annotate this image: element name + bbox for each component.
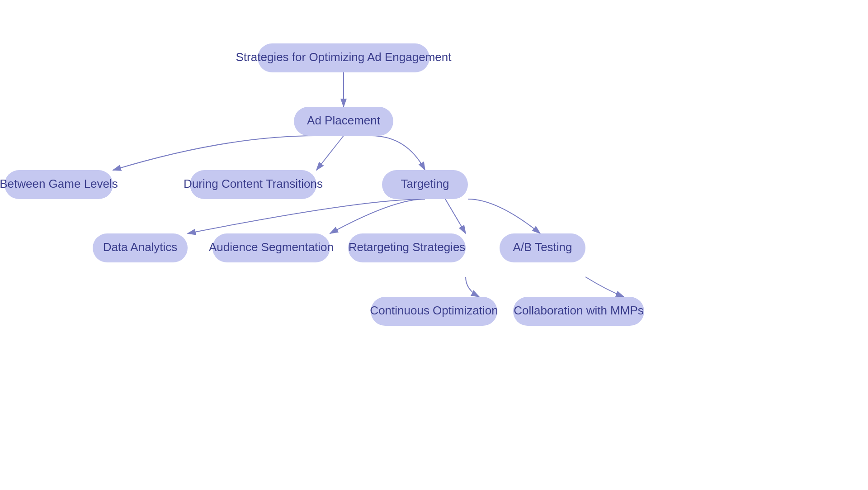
edge-abtesting-collabmmps xyxy=(585,277,624,297)
edge-retargeting-contopt xyxy=(466,277,479,297)
node-adplacement-label: Ad Placement xyxy=(307,114,381,127)
edge-targeting-abtesting xyxy=(468,199,540,233)
node-root-label: Strategies for Optimizing Ad Engagement xyxy=(236,50,452,64)
node-dataanalytics-label: Data Analytics xyxy=(103,240,178,254)
edge-adplacement-betweengame xyxy=(113,136,316,170)
node-collabmmps-label: Collaboration with MMPs xyxy=(514,304,644,317)
node-audiencseg-label: Audience Segmentation xyxy=(209,240,334,254)
node-retargeting-label: Retargeting Strategies xyxy=(349,240,466,254)
edge-targeting-retargeting xyxy=(445,199,466,233)
edge-targeting-dataanalytics xyxy=(188,199,425,233)
edge-targeting-audiencseg xyxy=(330,199,425,233)
edge-adplacement-duringcontent xyxy=(316,136,344,170)
mindmap-diagram: Strategies for Optimizing Ad Engagement … xyxy=(0,0,868,490)
node-duringcontent-label: During Content Transitions xyxy=(184,177,323,190)
node-contopt-label: Continuous Optimization xyxy=(370,304,498,317)
edge-adplacement-targeting xyxy=(371,136,425,170)
node-targeting-label: Targeting xyxy=(401,177,449,190)
node-abtesting-label: A/B Testing xyxy=(513,240,572,254)
node-betweengame-label: Between Game Levels xyxy=(0,177,118,190)
